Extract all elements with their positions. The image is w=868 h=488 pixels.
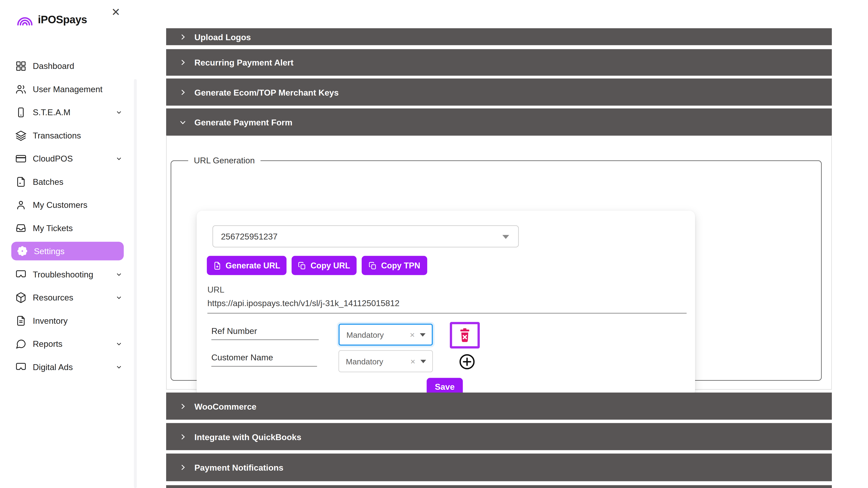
copy-url-button[interactable]: Copy URL	[291, 256, 357, 275]
screen-share-icon	[16, 269, 27, 280]
file-minus-icon	[16, 176, 27, 187]
section-bar-label: WooCommerce	[194, 401, 256, 411]
caret-down-icon	[502, 235, 509, 239]
sidebar-item-digital-ads[interactable]: Digital Ads	[0, 355, 137, 379]
chevron-right-icon	[179, 432, 187, 441]
section-bar-label: Upload Logos	[194, 32, 251, 41]
sidebar-item-label: My Customers	[33, 200, 88, 210]
rainbow-arc-logo-icon	[16, 12, 34, 27]
close-icon[interactable]: ✕	[112, 7, 121, 18]
clear-selection-icon[interactable]: ×	[410, 357, 415, 366]
sidebar-item-label: Resources	[33, 293, 73, 302]
requirement-value: Mandatory	[346, 357, 410, 366]
field-name-input[interactable]: Customer Name	[211, 348, 317, 367]
copy-tpn-button[interactable]: Copy TPN	[362, 256, 427, 275]
trash-icon	[458, 328, 471, 343]
section-bar-label: Integrate with QuickBooks	[194, 432, 301, 442]
caret-down-icon[interactable]	[421, 359, 426, 363]
copy-icon	[298, 261, 307, 270]
sidebar-item-inventory[interactable]: Inventory	[0, 309, 137, 332]
layers-icon	[16, 130, 27, 141]
sidebar-item-label: Transactions	[33, 131, 81, 140]
section-bar-generate-payment-form[interactable]: Generate Payment Form	[166, 108, 832, 135]
delete-field-button[interactable]	[450, 322, 480, 349]
sidebar-item-label: Digital Ads	[33, 362, 73, 372]
sidebar-item-troubleshooting[interactable]: Troubleshooting	[0, 263, 137, 286]
clear-selection-icon[interactable]: ×	[410, 330, 415, 339]
button-label: Copy TPN	[381, 261, 420, 270]
section-bar-label: Recurring Payment Alert	[194, 58, 293, 67]
sidebar-item-reports[interactable]: Reports	[0, 332, 137, 355]
sidebar-item-settings[interactable]: Settings	[11, 242, 124, 260]
file-text-icon	[16, 315, 27, 326]
message-bubble-icon	[16, 338, 27, 349]
caret-down-icon[interactable]	[420, 333, 426, 336]
url-actions-row: Generate URL Copy URL Copy TPN	[197, 256, 695, 275]
section-bar-generate-ecom-top-merchant-keys[interactable]: Generate Ecom/TOP Merchant Keys	[166, 78, 832, 106]
chevron-down-icon	[115, 271, 123, 278]
generate-url-button[interactable]: Generate URL	[207, 256, 287, 275]
url-label: URL	[208, 285, 224, 294]
sidebar-item-label: S.T.E.A.M	[33, 107, 70, 117]
chevron-down-icon	[115, 340, 123, 348]
chevron-down-icon	[115, 155, 123, 162]
credit-card-icon	[16, 153, 27, 164]
sidebar-item-user-management[interactable]: User Management	[0, 77, 137, 101]
screen-share-icon	[16, 361, 27, 372]
section-bar-upload-logos[interactable]: Upload Logos	[166, 28, 832, 45]
sidebar-item-transactions[interactable]: Transactions	[0, 124, 137, 147]
app-window: iPOSpays ✕ Dashboard User Management	[0, 0, 868, 488]
sidebar-item-label: Reports	[33, 339, 62, 349]
users-icon	[16, 84, 27, 95]
section-bar-payment-notifications[interactable]: Payment Notifications	[166, 454, 832, 482]
sidebar-item-label: Dashboard	[33, 61, 74, 71]
generated-url-value: https://api.ipospays.tech/v1/sl/j-31k_14…	[208, 298, 687, 314]
button-label: Copy URL	[311, 261, 350, 270]
url-generation-card: 256725951237 Generate URL Copy	[197, 211, 695, 396]
sidebar-item-steam[interactable]: S.T.E.A.M	[0, 101, 137, 124]
field-name-input[interactable]: Ref Number	[211, 322, 319, 340]
field-name-value: Customer Name	[211, 352, 273, 362]
generate-payment-form-panel: URL Generation 256725951237 Generate URL	[166, 135, 832, 390]
brand-name: iPOSpays	[38, 13, 87, 26]
sidebar-item-resources[interactable]: Resources	[0, 286, 137, 309]
brand-logo: iPOSpays	[16, 12, 87, 27]
sidebar-item-label: Batches	[33, 177, 64, 187]
chevron-right-icon	[179, 33, 187, 41]
sidebar-item-batches[interactable]: Batches	[0, 170, 137, 193]
add-field-button[interactable]	[459, 354, 475, 370]
sidebar: iPOSpays ✕ Dashboard User Management	[0, 0, 137, 488]
section-bar-woocommerce[interactable]: WooCommerce	[166, 393, 832, 420]
user-icon	[16, 199, 27, 210]
field-requirement-select[interactable]: Mandatory ×	[339, 350, 433, 372]
chevron-right-icon	[179, 402, 187, 411]
chevron-right-icon	[179, 58, 187, 67]
chevron-down-icon	[115, 363, 123, 371]
sidebar-item-dashboard[interactable]: Dashboard	[0, 54, 137, 77]
tpn-select-value: 256725951237	[221, 232, 278, 241]
chevron-right-icon	[179, 88, 187, 96]
field-requirement-select[interactable]: Mandatory ×	[339, 324, 433, 346]
section-bar-recurring-payment-alert[interactable]: Recurring Payment Alert	[166, 49, 832, 76]
sidebar-item-my-customers[interactable]: My Customers	[0, 193, 137, 217]
package-icon	[16, 292, 27, 303]
chevron-right-icon	[179, 463, 187, 472]
section-bar-partial[interactable]	[166, 485, 832, 488]
sidebar-item-label: CloudPOS	[33, 154, 73, 163]
chevron-down-icon	[115, 108, 123, 116]
sidebar-item-label: Settings	[34, 246, 65, 256]
requirement-value: Mandatory	[346, 330, 410, 339]
section-bar-label: Generate Payment Form	[194, 117, 292, 127]
tpn-select[interactable]: 256725951237	[213, 225, 519, 248]
sidebar-item-cloudpos[interactable]: CloudPOS	[0, 147, 137, 170]
field-name-value: Ref Number	[211, 326, 257, 335]
save-button-label: Save	[435, 382, 455, 392]
inbox-icon	[16, 222, 27, 234]
smartphone-icon	[16, 106, 27, 118]
file-plus-icon	[213, 261, 222, 270]
section-bar-integrate-with-quickbooks[interactable]: Integrate with QuickBooks	[166, 423, 832, 450]
sidebar-item-my-tickets[interactable]: My Tickets	[0, 217, 137, 240]
sidebar-nav: Dashboard User Management S.T.E.A.M	[0, 54, 137, 379]
settings-flower-icon	[17, 246, 28, 257]
sidebar-item-label: User Management	[33, 84, 103, 94]
